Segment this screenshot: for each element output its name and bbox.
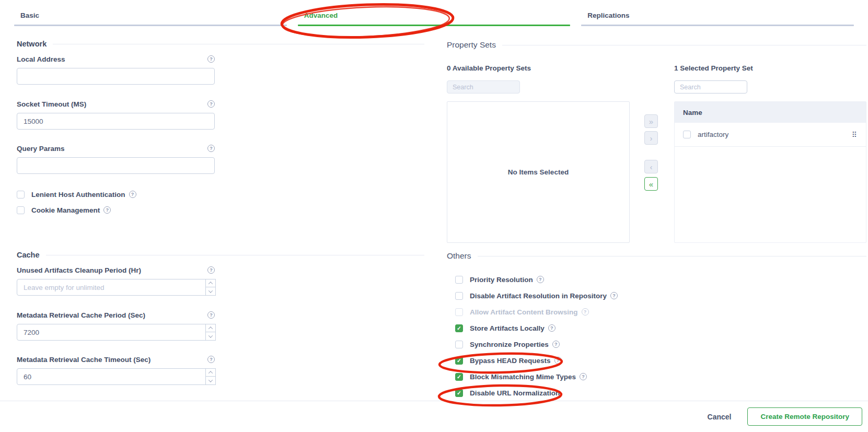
cookie-management-row: Cookie Management ? — [17, 205, 424, 215]
cookie-management-label: Cookie Management — [31, 206, 100, 214]
cookie-management-checkbox[interactable] — [17, 206, 25, 214]
decrement-button[interactable] — [205, 332, 216, 341]
lenient-host-authentication-label: Lenient Host Authentication — [31, 191, 125, 199]
divider — [502, 45, 866, 45]
help-icon[interactable]: ? — [207, 266, 215, 274]
socket-timeout-field-head: Socket Timeout (MS) ? — [17, 99, 215, 109]
table-row[interactable]: artifactory ⠿ — [675, 123, 866, 147]
help-icon[interactable]: ? — [580, 373, 587, 380]
bypass-head-requests-checkbox[interactable] — [455, 357, 463, 365]
metadata-timeout-input[interactable] — [17, 368, 215, 385]
synchronize-properties-checkbox[interactable] — [455, 341, 463, 348]
move-all-right-button[interactable]: » — [644, 114, 658, 128]
cache-title: Cache — [17, 251, 40, 259]
local-address-input[interactable] — [17, 68, 215, 85]
help-icon[interactable]: ? — [554, 357, 562, 364]
move-right-button[interactable]: › — [644, 131, 658, 145]
metadata-period-label: Metadata Retrieval Cache Period (Sec) — [17, 311, 145, 319]
help-icon[interactable]: ? — [207, 311, 215, 319]
divider — [53, 44, 424, 44]
help-icon[interactable]: ? — [207, 55, 215, 63]
drag-handle-icon[interactable]: ⠿ — [852, 131, 858, 138]
help-icon[interactable]: ? — [207, 145, 215, 152]
allow-artifact-content-browsing-checkbox — [455, 308, 463, 316]
selected-table: Name artifactory ⠿ — [674, 101, 866, 243]
chevron-up-icon — [209, 326, 213, 331]
socket-timeout-label: Socket Timeout (MS) — [17, 100, 86, 108]
left-column: Network Local Address ? Socket Timeout (… — [17, 26, 424, 385]
lenient-host-authentication-checkbox[interactable] — [17, 191, 25, 199]
network-title: Network — [17, 40, 47, 48]
selected-property-sets-panel: 1 Selected Property Set Name artifactory… — [674, 64, 866, 243]
query-params-field-head: Query Params ? — [17, 144, 215, 153]
spinner-buttons — [205, 324, 216, 341]
block-mismatching-mime-types-checkbox[interactable] — [455, 373, 463, 381]
tab-basic-label: Basic — [14, 0, 287, 25]
metadata-timeout-field-head: Metadata Retrieval Cache Timeout (Sec) ? — [17, 355, 215, 364]
help-icon[interactable]: ? — [552, 341, 560, 348]
disable-artifact-resolution-row: Disable Artifact Resolution in Repositor… — [455, 290, 866, 301]
bypass-head-requests-label: Bypass HEAD Requests — [470, 357, 551, 365]
allow-artifact-content-browsing-row: Allow Artifact Content Browsing ? — [455, 307, 866, 317]
transfer-buttons-column: » › ‹ « — [630, 64, 674, 191]
move-all-left-button[interactable]: « — [644, 177, 658, 191]
artifactory-checkbox[interactable] — [683, 131, 691, 138]
cleanup-period-field-head: Unused Artifacts Cleanup Period (Hr) ? — [17, 265, 215, 275]
tab-replications-label: Replications — [581, 0, 854, 25]
divider — [46, 255, 424, 255]
disable-url-normalization-checkbox[interactable] — [455, 389, 463, 397]
property-set-name: artifactory — [698, 131, 852, 138]
cancel-button[interactable]: Cancel — [708, 413, 732, 421]
query-params-input[interactable] — [17, 157, 215, 174]
help-icon[interactable]: ? — [548, 324, 555, 332]
metadata-period-field-head: Metadata Retrieval Cache Period (Sec) ? — [17, 310, 215, 320]
help-icon[interactable]: ? — [207, 100, 215, 108]
synchronize-properties-label: Synchronize Properties — [470, 341, 549, 348]
synchronize-properties-row: Synchronize Properties ? — [455, 339, 866, 349]
metadata-timeout-stepper — [17, 368, 215, 385]
store-artifacts-locally-row: Store Artifacts Locally ? — [455, 323, 866, 333]
disable-artifact-resolution-checkbox[interactable] — [455, 292, 463, 300]
available-property-sets-panel: 0 Available Property Sets No Items Selec… — [447, 64, 630, 243]
spinner-buttons — [205, 279, 216, 296]
store-artifacts-locally-checkbox[interactable] — [455, 324, 463, 332]
table-header: Name — [675, 102, 866, 123]
help-icon[interactable]: ? — [537, 276, 544, 283]
decrement-button[interactable] — [205, 377, 216, 385]
others-title: Others — [447, 251, 471, 261]
tab-basic[interactable]: Basic — [14, 0, 287, 26]
right-column: Property Sets 0 Available Property Sets … — [447, 26, 866, 404]
bypass-head-requests-row: Bypass HEAD Requests ? — [455, 355, 866, 366]
available-search-input[interactable] — [447, 80, 520, 94]
help-icon[interactable]: ? — [103, 206, 111, 214]
available-list: No Items Selected — [447, 101, 630, 243]
create-remote-repository-button[interactable]: Create Remote Repository — [747, 407, 862, 426]
no-items-selected-text: No Items Selected — [508, 168, 569, 176]
disable-url-normalization-label: Disable URL Normalization — [470, 389, 560, 397]
cleanup-period-label: Unused Artifacts Cleanup Period (Hr) — [17, 266, 141, 274]
help-icon[interactable]: ? — [610, 292, 618, 299]
help-icon[interactable]: ? — [207, 356, 215, 363]
block-mismatching-mime-types-label: Block Mismatching Mime Types — [470, 373, 576, 381]
selected-search-input[interactable] — [674, 80, 747, 94]
name-column-header: Name — [683, 109, 702, 116]
tab-advanced[interactable]: Advanced — [298, 0, 571, 26]
chevron-down-icon — [209, 333, 213, 337]
local-address-label: Local Address — [17, 55, 65, 63]
local-address-field-head: Local Address ? — [17, 54, 215, 64]
selected-count-label: 1 Selected Property Set — [674, 64, 866, 74]
store-artifacts-locally-label: Store Artifacts Locally — [470, 324, 545, 332]
priority-resolution-checkbox[interactable] — [455, 276, 463, 284]
socket-timeout-input[interactable] — [17, 113, 215, 130]
help-icon[interactable]: ? — [129, 191, 136, 198]
move-left-button[interactable]: ‹ — [644, 160, 658, 173]
available-count-label: 0 Available Property Sets — [447, 64, 630, 74]
decrement-button[interactable] — [205, 287, 216, 296]
query-params-label: Query Params — [17, 145, 65, 153]
cleanup-period-input[interactable] — [17, 279, 215, 296]
increment-button[interactable] — [205, 279, 216, 287]
tab-replications[interactable]: Replications — [581, 0, 854, 26]
increment-button[interactable] — [205, 324, 216, 332]
metadata-period-input[interactable] — [17, 324, 215, 341]
increment-button[interactable] — [205, 368, 216, 377]
